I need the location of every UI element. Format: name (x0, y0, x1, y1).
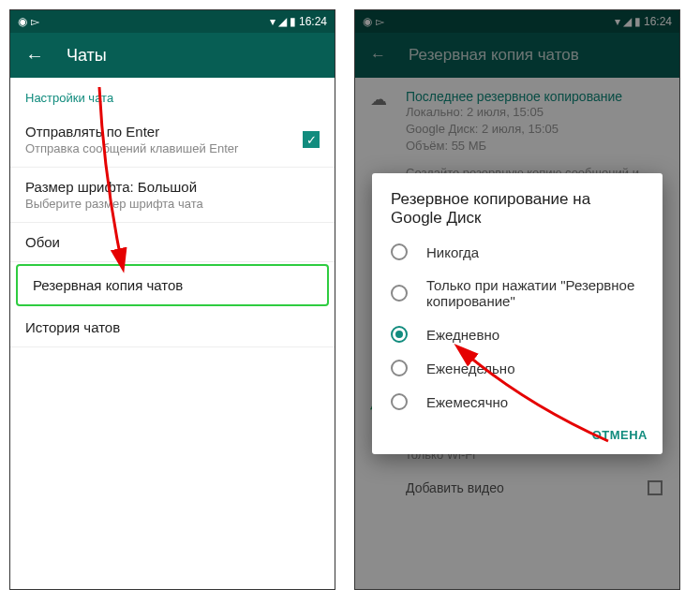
radio-icon (391, 360, 408, 376)
checkbox-checked-icon[interactable]: ✓ (303, 131, 320, 148)
appbar: ← Чаты (10, 33, 335, 78)
clock: 16:24 (299, 15, 327, 28)
radio-option-daily[interactable]: Ежедневно (372, 317, 663, 351)
radio-label: Ежедневно (426, 327, 499, 343)
radio-option-never[interactable]: Никогда (372, 235, 663, 269)
page-title: Чаты (67, 46, 107, 66)
backup-frequency-dialog: Резервное копирование на Google Диск Ник… (372, 173, 663, 454)
back-icon[interactable]: ← (25, 45, 44, 66)
item-title: Отправлять по Enter (25, 124, 303, 140)
radio-label: Никогда (426, 244, 479, 260)
item-send-on-enter[interactable]: Отправлять по Enter Отправка сообщений к… (10, 112, 335, 168)
item-title: Резервная копия чатов (33, 277, 183, 293)
statusbar: ◉ ▻ ▾ ◢ ▮ 16:24 (10, 10, 335, 33)
cancel-button[interactable]: ОТМЕНА (592, 428, 648, 442)
radio-label: Ежемесячно (426, 394, 508, 410)
signal-icon: ◢ (278, 15, 287, 28)
radio-icon (391, 285, 408, 302)
wifi-icon: ▾ (270, 15, 276, 28)
notif-icon: ◉ (18, 15, 27, 28)
item-chat-backup[interactable]: Резервная копия чатов (18, 266, 327, 304)
item-subtitle: Выберите размер шрифта чата (25, 197, 320, 211)
radio-option-monthly[interactable]: Ежемесячно (372, 385, 663, 419)
radio-icon (391, 243, 408, 260)
radio-icon (391, 393, 408, 410)
battery-icon: ▮ (290, 15, 296, 28)
radio-label: Только при нажатии "Резервное копировани… (426, 277, 644, 309)
item-title: История чатов (25, 319, 120, 335)
item-title: Обои (25, 234, 60, 250)
radio-selected-icon (391, 326, 408, 343)
radio-label: Еженедельно (426, 361, 514, 376)
radio-option-weekly[interactable]: Еженедельно (372, 351, 663, 385)
dialog-title: Резервное копирование на Google Диск (372, 190, 663, 235)
item-chat-history[interactable]: История чатов (10, 308, 335, 347)
item-title: Размер шрифта: Большой (25, 179, 320, 195)
phone-right: ◉ ▻ ▾ ◢ ▮ 16:24 ← Резервная копия чатов … (354, 9, 680, 590)
section-header: Настройки чата (10, 78, 335, 112)
phone-left: ◉ ▻ ▾ ◢ ▮ 16:24 ← Чаты Настройки чата От… (9, 9, 335, 590)
radio-option-ontap[interactable]: Только при нажатии "Резервное копировани… (372, 269, 663, 317)
highlight-backup: Резервная копия чатов (16, 264, 329, 306)
item-wallpaper[interactable]: Обои (10, 223, 335, 262)
item-font-size[interactable]: Размер шрифта: Большой Выберите размер ш… (10, 168, 335, 223)
notif-icon: ▻ (31, 15, 39, 28)
item-subtitle: Отправка сообщений клавишей Enter (25, 141, 303, 155)
